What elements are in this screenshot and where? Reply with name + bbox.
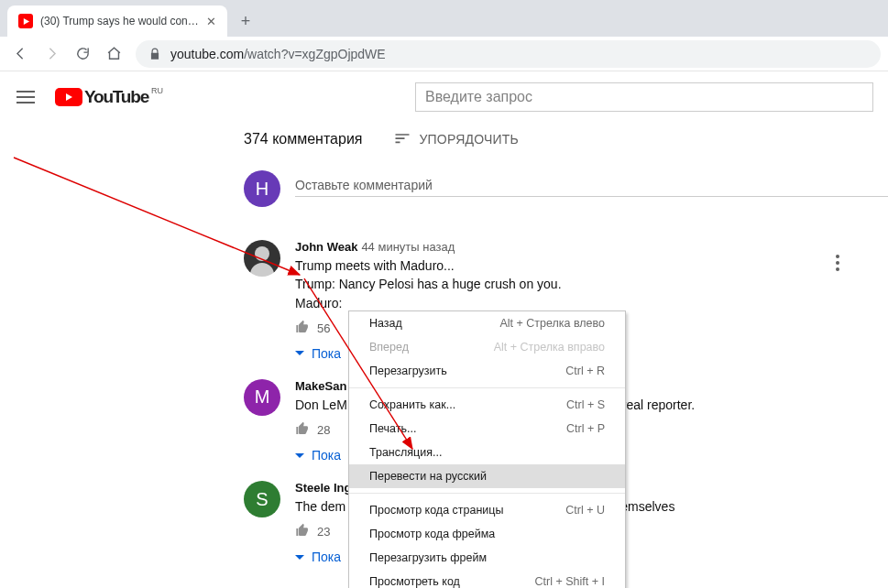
browser-toolbar: youtube.com/watch?v=xgZgpOjpdWE <box>0 37 888 71</box>
comment-author[interactable]: John Weak <box>295 240 357 254</box>
tab-title: (30) Trump says he would consid <box>40 15 199 27</box>
ctx-translate[interactable]: Перевести на русский <box>349 464 625 488</box>
nav-forward-button <box>38 41 64 67</box>
add-comment-input[interactable]: Оставьте комментарий <box>295 170 888 197</box>
comment-menu-button[interactable] <box>827 245 849 280</box>
youtube-country-code: RU <box>151 86 163 95</box>
nav-back-button[interactable] <box>7 41 33 67</box>
address-bar[interactable]: youtube.com/watch?v=xgZgpOjpdWE <box>136 40 881 68</box>
like-button[interactable] <box>295 523 310 540</box>
hamburger-button[interactable] <box>15 86 37 108</box>
chevron-down-icon <box>295 555 304 560</box>
comment-text: Trump meets with Maduro...Trump: Nancy P… <box>295 256 849 312</box>
comments-count: 374 комментария <box>244 131 363 147</box>
ctx-view-source[interactable]: Просмотр кода страницыCtrl + U <box>349 498 625 522</box>
comment-author[interactable]: Steele Ing <box>295 481 351 495</box>
ctx-view-frame-source[interactable]: Просмотр кода фрейма <box>349 522 625 546</box>
comment-header: John Weak44 минуты назад <box>295 240 849 254</box>
like-button[interactable] <box>295 320 310 337</box>
yt-header: YouTube RU Введите запрос <box>0 71 888 123</box>
ctx-reload[interactable]: ПерезагрузитьCtrl + R <box>349 359 625 383</box>
like-count: 56 <box>317 321 330 335</box>
like-count: 28 <box>317 423 330 437</box>
nav-home-button[interactable] <box>101 41 126 67</box>
youtube-logo[interactable]: YouTube RU <box>55 87 162 107</box>
ctx-reload-frame[interactable]: Перезагрузить фрейм <box>349 546 625 570</box>
context-menu: НазадAlt + Стрелка влево ВпередAlt + Стр… <box>348 310 626 588</box>
ctx-save-as[interactable]: Сохранить как...Ctrl + S <box>349 393 625 417</box>
ctx-inspect[interactable]: Просмотреть кодCtrl + Shift + I <box>349 570 625 588</box>
nav-reload-button[interactable] <box>70 41 95 67</box>
ctx-cast[interactable]: Трансляция... <box>349 441 625 464</box>
ctx-print[interactable]: Печать...Ctrl + P <box>349 417 625 441</box>
lock-icon <box>148 48 161 60</box>
ctx-back[interactable]: НазадAlt + Стрелка влево <box>349 311 625 335</box>
sort-icon <box>392 130 412 148</box>
sort-button[interactable]: УПОРЯДОЧИТЬ <box>392 130 519 148</box>
ctx-forward: ВпередAlt + Стрелка вправо <box>349 335 625 359</box>
youtube-wordmark: YouTube <box>84 87 148 107</box>
browser-tab[interactable]: (30) Trump says he would consid ✕ <box>7 5 227 37</box>
tab-close-icon[interactable]: ✕ <box>206 15 216 28</box>
sort-label: УПОРЯДОЧИТЬ <box>420 132 519 147</box>
add-comment-row: Н Оставьте комментарий <box>244 170 888 207</box>
avatar[interactable] <box>244 240 280 277</box>
chevron-down-icon <box>295 453 304 458</box>
youtube-favicon <box>18 14 33 28</box>
like-button[interactable] <box>295 421 310 439</box>
new-tab-button[interactable]: + <box>233 8 258 34</box>
youtube-play-icon <box>55 88 82 106</box>
avatar[interactable]: S <box>244 481 280 517</box>
avatar[interactable]: Н <box>244 170 280 207</box>
comment-time: 44 минуты назад <box>361 240 455 254</box>
like-count: 23 <box>317 525 330 539</box>
search-input[interactable]: Введите запрос <box>415 82 873 112</box>
browser-tabbar: (30) Trump says he would consid ✕ + <box>0 0 888 37</box>
address-url: youtube.com/watch?v=xgZgpOjpdWE <box>170 47 386 61</box>
chevron-down-icon <box>295 351 304 355</box>
comment-author[interactable]: MakeSan <box>295 379 346 393</box>
avatar[interactable]: M <box>244 379 280 416</box>
